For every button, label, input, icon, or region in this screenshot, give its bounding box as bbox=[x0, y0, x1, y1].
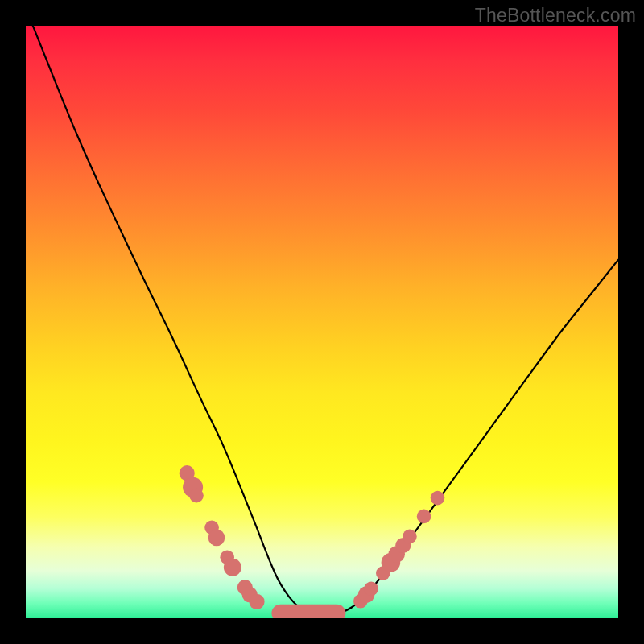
highlight-dot bbox=[402, 530, 417, 544]
highlight-dots bbox=[180, 465, 445, 609]
bottleneck-curve bbox=[26, 26, 618, 615]
highlight-dot bbox=[208, 530, 225, 547]
plot-area bbox=[26, 26, 618, 618]
highlight-dot bbox=[224, 559, 242, 576]
chart-frame: TheBottleneck.com bbox=[0, 0, 644, 644]
curve-layer bbox=[26, 26, 618, 618]
highlight-dot bbox=[364, 581, 378, 596]
highlight-dot bbox=[431, 491, 445, 506]
bottom-pill-shape bbox=[271, 605, 345, 618]
highlight-dot bbox=[189, 489, 204, 503]
watermark-text: TheBottleneck.com bbox=[475, 5, 636, 27]
bottom-pill bbox=[271, 605, 345, 618]
highlight-dot bbox=[417, 510, 431, 524]
highlight-dot bbox=[249, 594, 264, 609]
